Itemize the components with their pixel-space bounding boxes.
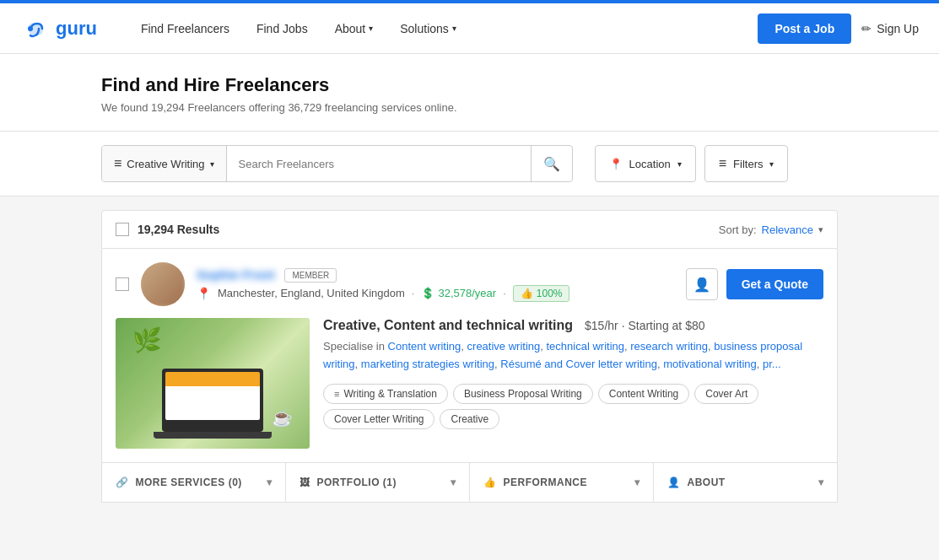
logo[interactable]: guru — [20, 13, 97, 44]
thumbsup-icon: 👍 — [483, 477, 497, 488]
portfolio-bar[interactable]: 🖼 PORTFOLIO (1) ▾ — [286, 463, 470, 502]
earnings-icon: 💲 — [421, 287, 434, 299]
freelancer-name[interactable]: Sophie Front — [197, 267, 275, 282]
results-header: 19,294 Results Sort by: Relevance ▾ — [101, 210, 838, 249]
freelancer-earnings: 💲 32,578/year — [421, 287, 496, 299]
results-count: 19,294 Results — [116, 223, 219, 236]
rating-badge: 👍 100% — [513, 285, 570, 302]
more-link[interactable]: pr... — [763, 358, 781, 370]
more-services-chevron: ▾ — [267, 477, 273, 488]
performance-chevron: ▾ — [634, 477, 640, 488]
performance-left: 👍 PERFORMANCE — [483, 477, 587, 488]
separator2: · — [503, 287, 506, 299]
card-actions: 👤 Get a Quote — [686, 268, 823, 300]
nav-find-jobs[interactable]: Find Jobs — [246, 15, 318, 42]
solutions-chevron-icon: ▾ — [452, 24, 456, 33]
portfolio-left: 🖼 PORTFOLIO (1) — [300, 477, 397, 488]
tag-creative[interactable]: Creative — [440, 409, 499, 429]
filter-group: 📍 Location ▾ ≡ Filters ▾ — [595, 145, 789, 182]
post-job-button[interactable]: Post a Job — [758, 13, 851, 44]
laptop-base — [154, 432, 272, 439]
results-area: 19,294 Results Sort by: Relevance ▾ Soph… — [0, 197, 939, 516]
tag-cover-letter[interactable]: Cover Letter Writing — [323, 409, 434, 429]
more-services-bar[interactable]: 🔗 MORE SERVICES (0) ▾ — [102, 463, 286, 502]
card-header: Sophie Front MEMBER 📍 Manchester, Englan… — [116, 262, 823, 306]
tag-content-writing[interactable]: Content Writing — [598, 384, 689, 404]
laptop-shape — [162, 369, 263, 432]
about-chevron-icon: ▾ — [369, 24, 373, 33]
tag-business-proposal[interactable]: Business Proposal Writing — [453, 384, 593, 404]
tag-icon: ≡ — [334, 389, 339, 399]
add-to-list-button[interactable]: 👤 — [686, 268, 718, 300]
marketing-strategies-link[interactable]: marketing strategies writing — [361, 358, 494, 370]
edit-icon: ✏ — [861, 22, 872, 35]
freelancer-meta: 📍 Manchester, England, United Kingdom · … — [197, 285, 686, 302]
tags-container: ≡ Writing & Translation Business Proposa… — [323, 384, 823, 429]
location-filter[interactable]: 📍 Location ▾ — [595, 145, 696, 182]
service-details: Creative, Content and technical writing … — [323, 318, 823, 449]
tag-writing-translation[interactable]: ≡ Writing & Translation — [323, 384, 448, 404]
search-icon: 🔍 — [543, 157, 560, 171]
filters-icon: ≡ — [719, 156, 726, 171]
category-dropdown[interactable]: ≡ Creative Writing ▾ — [102, 146, 227, 181]
link-icon: 🔗 — [116, 477, 129, 488]
search-button[interactable]: 🔍 — [531, 146, 572, 181]
location-icon: 📍 — [197, 287, 211, 300]
service-title: Creative, Content and technical writing … — [323, 318, 823, 333]
header-actions: Post a Job ✏ Sign Up — [758, 13, 919, 44]
freelancer-info: Sophie Front MEMBER 📍 Manchester, Englan… — [197, 267, 686, 302]
search-input[interactable] — [227, 146, 531, 181]
research-writing-link[interactable]: research writing — [630, 340, 708, 353]
avatar — [141, 262, 185, 306]
logo-text: guru — [56, 18, 97, 40]
expand-bars: 🔗 MORE SERVICES (0) ▾ 🖼 PORTFOLIO (1) ▾ … — [101, 463, 838, 503]
motivational-writing-link[interactable]: motivational writing — [663, 358, 757, 370]
hero-section: Find and Hire Freelancers We found 19,29… — [0, 54, 939, 132]
nav-solutions[interactable]: Solutions ▾ — [390, 15, 467, 42]
person-icon: 👤 — [667, 477, 681, 488]
about-chevron: ▾ — [818, 477, 824, 488]
plant-decoration: 🌿 — [132, 326, 162, 354]
filters-button[interactable]: ≡ Filters ▾ — [704, 145, 789, 182]
sort-by: Sort by: Relevance ▾ — [719, 223, 823, 236]
category-icon: ≡ — [114, 156, 121, 171]
tag-cover-art[interactable]: Cover Art — [694, 384, 758, 404]
content-writing-link[interactable]: Content writing — [388, 340, 461, 353]
freelancer-checkbox[interactable] — [116, 277, 129, 291]
portfolio-chevron: ▾ — [451, 477, 456, 488]
creative-writing-link[interactable]: creative writing — [467, 340, 541, 353]
thumbs-up-icon: 👍 — [521, 288, 533, 299]
location-pin-icon: 📍 — [609, 158, 623, 170]
about-left: 👤 ABOUT — [667, 477, 726, 488]
search-section: ≡ Creative Writing ▾ 🔍 📍 Location ▾ ≡ Fi… — [0, 132, 939, 197]
page-title: Find and Hire Freelancers — [101, 74, 838, 96]
mug-decoration: ☕ — [272, 407, 293, 428]
subtitle: We found 19,294 Freelancers offering 36,… — [101, 101, 838, 114]
freelancer-card: Sophie Front MEMBER 📍 Manchester, Englan… — [101, 249, 838, 463]
nav-about[interactable]: About ▾ — [325, 15, 384, 42]
performance-bar[interactable]: 👍 PERFORMANCE ▾ — [470, 463, 654, 502]
get-quote-button[interactable]: Get a Quote — [726, 269, 823, 299]
member-badge: MEMBER — [284, 268, 337, 283]
search-bar: ≡ Creative Writing ▾ 🔍 — [101, 145, 573, 182]
image-icon: 🖼 — [300, 477, 310, 488]
about-bar[interactable]: 👤 ABOUT ▾ — [654, 463, 837, 502]
sort-chevron-icon: ▾ — [818, 224, 823, 235]
service-image[interactable]: 🌿 ☕ — [116, 318, 310, 449]
svg-point-1 — [28, 26, 33, 31]
sign-up-button[interactable]: ✏ Sign Up — [861, 22, 919, 35]
category-chevron-icon: ▾ — [210, 159, 214, 169]
service-rate: $15/hr · Starting at $80 — [585, 319, 704, 332]
nav-find-freelancers[interactable]: Find Freelancers — [131, 15, 240, 42]
separator: · — [412, 287, 415, 299]
service-description: Specialise in Content writing, creative … — [323, 338, 823, 374]
sort-value[interactable]: Relevance — [762, 223, 813, 236]
service-section: 🌿 ☕ Creative, Content and technical writ… — [116, 318, 823, 449]
select-all-checkbox[interactable] — [116, 223, 129, 236]
main-nav: Find Freelancers Find Jobs About ▾ Solut… — [131, 15, 758, 42]
technical-writing-link[interactable]: technical writing — [547, 340, 625, 353]
header: guru Find Freelancers Find Jobs About ▾ … — [0, 3, 939, 54]
resume-link[interactable]: Résumé and Cover letter writing — [500, 358, 657, 370]
more-services-left: 🔗 MORE SERVICES (0) — [116, 477, 242, 488]
location-chevron-icon: ▾ — [677, 159, 682, 169]
